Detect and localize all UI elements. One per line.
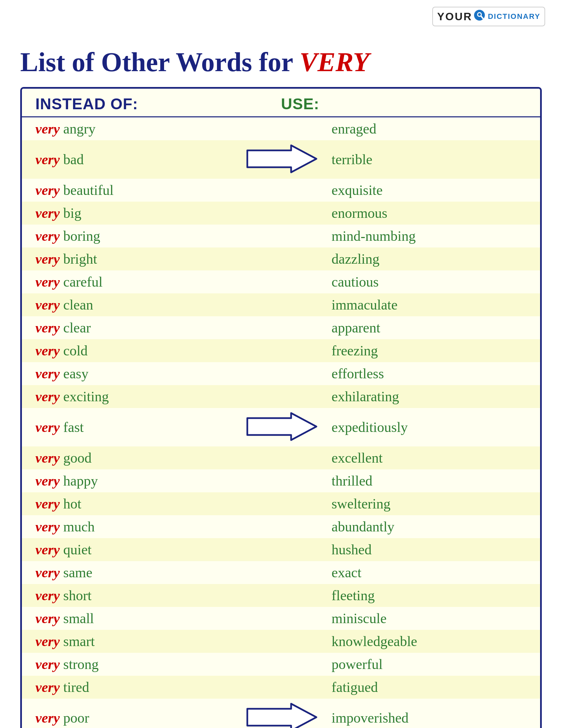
instead-word: very bad [35, 151, 230, 168]
table-row: very sameexact [22, 561, 540, 584]
arrow-icon [244, 144, 318, 175]
very-label: very [35, 565, 60, 580]
use-word: freezing [332, 343, 527, 359]
table-row: very clearapparent [22, 316, 540, 339]
very-label: very [35, 450, 60, 466]
very-label: very [35, 182, 60, 198]
use-word: immaculate [332, 297, 527, 313]
word-label: clean [63, 297, 93, 313]
word-label: cold [63, 343, 88, 358]
svg-marker-5 [247, 413, 316, 440]
table-row: very tiredfatigued [22, 676, 540, 699]
word-rows: very angryenragedvery bad terriblevery b… [22, 117, 540, 728]
use-word: expeditiously [332, 419, 527, 435]
very-label: very [35, 542, 60, 557]
instead-word: very exciting [35, 388, 230, 405]
word-label: tired [63, 679, 89, 695]
very-label: very [35, 473, 60, 489]
instead-word: very same [35, 564, 230, 581]
table-row: very bigenormous [22, 202, 540, 225]
table-row: very boringmind-numbing [22, 225, 540, 247]
word-label: hot [63, 496, 82, 512]
word-label: same [63, 565, 92, 580]
table-header: INSTEAD OF: USE: [22, 89, 540, 117]
instead-word: very big [35, 205, 230, 221]
instead-word: very much [35, 519, 230, 535]
use-word: powerful [332, 656, 527, 672]
instead-word: very fast [35, 419, 230, 435]
instead-word: very short [35, 587, 230, 604]
use-word: cautious [332, 274, 527, 290]
table-row: very excitingexhilarating [22, 385, 540, 408]
logo-icon [474, 9, 487, 24]
word-label: happy [63, 473, 98, 489]
word-label: strong [63, 657, 99, 672]
use-word: dazzling [332, 251, 527, 267]
use-word: impoverished [332, 710, 527, 726]
table-row: very shortfleeting [22, 584, 540, 607]
logo: YOUR DICTIONARY [432, 7, 545, 26]
use-word: exact [332, 564, 527, 581]
use-word: fleeting [332, 587, 527, 604]
header-use: USE: [281, 95, 527, 113]
word-label: short [63, 588, 92, 603]
instead-word: very strong [35, 656, 230, 672]
arrow-icon [244, 411, 318, 443]
arrow-icon [244, 702, 318, 728]
very-label: very [35, 320, 60, 336]
table-row: very quiethushed [22, 538, 540, 561]
word-label: bright [63, 251, 97, 267]
very-label: very [35, 634, 60, 649]
instead-word: very small [35, 610, 230, 627]
very-label: very [35, 588, 60, 603]
table-row: very brightdazzling [22, 247, 540, 270]
use-word: exquisite [332, 182, 527, 198]
word-label: clear [63, 320, 91, 336]
very-label: very [35, 657, 60, 672]
very-label: very [35, 519, 60, 534]
word-label: much [63, 519, 95, 534]
logo-box: YOUR DICTIONARY [432, 7, 545, 26]
table-row: very easyeffortless [22, 362, 540, 385]
use-word: enormous [332, 205, 527, 221]
instead-word: very angry [35, 121, 230, 137]
use-word: miniscule [332, 610, 527, 627]
instead-word: very careful [35, 274, 230, 290]
use-word: knowledgeable [332, 633, 527, 649]
instead-word: very poor [35, 710, 230, 726]
very-label: very [35, 228, 60, 244]
word-label: fast [63, 419, 84, 435]
table-row: very happythrilled [22, 469, 540, 492]
table-row: very carefulcautious [22, 270, 540, 293]
use-word: enraged [332, 121, 527, 137]
arrow-area [230, 144, 332, 175]
word-table: INSTEAD OF: USE: very angryenragedvery b… [20, 87, 542, 728]
word-label: big [63, 205, 82, 221]
svg-marker-4 [247, 145, 316, 172]
use-word: terrible [332, 151, 527, 168]
word-label: angry [63, 121, 96, 137]
main-title: List of Other Words for VERY [20, 47, 542, 77]
svg-point-2 [478, 13, 481, 16]
very-label: very [35, 679, 60, 695]
very-label: very [35, 710, 60, 726]
very-label: very [35, 419, 60, 435]
table-row: very bad terrible [22, 140, 540, 179]
very-label: very [35, 274, 60, 290]
table-row: very muchabundantly [22, 515, 540, 538]
table-row: very hotsweltering [22, 492, 540, 515]
instead-word: very smart [35, 633, 230, 649]
use-word: excellent [332, 450, 527, 466]
svg-marker-6 [247, 704, 316, 728]
very-label: very [35, 496, 60, 512]
word-label: quiet [63, 542, 92, 557]
instead-word: very cold [35, 343, 230, 359]
very-label: very [35, 251, 60, 267]
word-label: easy [63, 366, 89, 381]
very-label: very [35, 611, 60, 626]
word-label: small [63, 611, 94, 626]
use-word: sweltering [332, 496, 527, 512]
word-label: bad [63, 152, 84, 167]
table-row: very smartknowledgeable [22, 630, 540, 653]
instead-word: very beautiful [35, 182, 230, 198]
